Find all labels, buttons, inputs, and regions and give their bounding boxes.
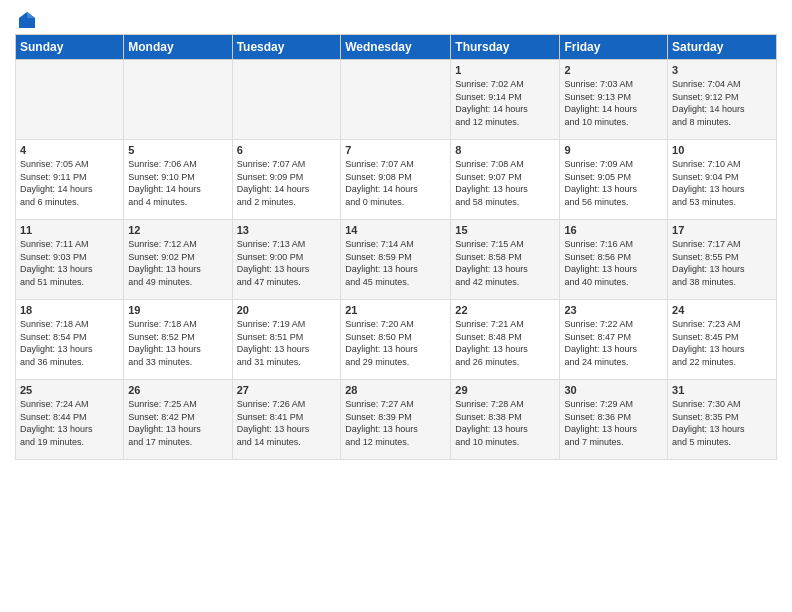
day-number: 10 xyxy=(672,144,772,156)
day-info: Sunrise: 7:12 AM Sunset: 9:02 PM Dayligh… xyxy=(128,238,227,288)
day-info: Sunrise: 7:24 AM Sunset: 8:44 PM Dayligh… xyxy=(20,398,119,448)
day-number: 2 xyxy=(564,64,663,76)
day-info: Sunrise: 7:20 AM Sunset: 8:50 PM Dayligh… xyxy=(345,318,446,368)
calendar-week-row: 25Sunrise: 7:24 AM Sunset: 8:44 PM Dayli… xyxy=(16,380,777,460)
day-number: 20 xyxy=(237,304,337,316)
day-number: 9 xyxy=(564,144,663,156)
calendar-cell: 11Sunrise: 7:11 AM Sunset: 9:03 PM Dayli… xyxy=(16,220,124,300)
day-info: Sunrise: 7:23 AM Sunset: 8:45 PM Dayligh… xyxy=(672,318,772,368)
calendar-cell: 9Sunrise: 7:09 AM Sunset: 9:05 PM Daylig… xyxy=(560,140,668,220)
day-info: Sunrise: 7:21 AM Sunset: 8:48 PM Dayligh… xyxy=(455,318,555,368)
day-info: Sunrise: 7:16 AM Sunset: 8:56 PM Dayligh… xyxy=(564,238,663,288)
calendar-cell: 14Sunrise: 7:14 AM Sunset: 8:59 PM Dayli… xyxy=(341,220,451,300)
day-number: 22 xyxy=(455,304,555,316)
day-number: 7 xyxy=(345,144,446,156)
day-number: 28 xyxy=(345,384,446,396)
day-number: 23 xyxy=(564,304,663,316)
header xyxy=(15,10,777,26)
day-info: Sunrise: 7:09 AM Sunset: 9:05 PM Dayligh… xyxy=(564,158,663,208)
calendar-cell: 13Sunrise: 7:13 AM Sunset: 9:00 PM Dayli… xyxy=(232,220,341,300)
day-number: 11 xyxy=(20,224,119,236)
calendar-table: SundayMondayTuesdayWednesdayThursdayFrid… xyxy=(15,34,777,460)
calendar-cell: 10Sunrise: 7:10 AM Sunset: 9:04 PM Dayli… xyxy=(668,140,777,220)
calendar-cell: 16Sunrise: 7:16 AM Sunset: 8:56 PM Dayli… xyxy=(560,220,668,300)
calendar-cell: 8Sunrise: 7:08 AM Sunset: 9:07 PM Daylig… xyxy=(451,140,560,220)
day-number: 30 xyxy=(564,384,663,396)
calendar-cell: 27Sunrise: 7:26 AM Sunset: 8:41 PM Dayli… xyxy=(232,380,341,460)
day-number: 15 xyxy=(455,224,555,236)
day-info: Sunrise: 7:17 AM Sunset: 8:55 PM Dayligh… xyxy=(672,238,772,288)
day-info: Sunrise: 7:04 AM Sunset: 9:12 PM Dayligh… xyxy=(672,78,772,128)
calendar-cell: 2Sunrise: 7:03 AM Sunset: 9:13 PM Daylig… xyxy=(560,60,668,140)
calendar-cell xyxy=(124,60,232,140)
calendar-cell: 30Sunrise: 7:29 AM Sunset: 8:36 PM Dayli… xyxy=(560,380,668,460)
calendar-cell: 25Sunrise: 7:24 AM Sunset: 8:44 PM Dayli… xyxy=(16,380,124,460)
day-info: Sunrise: 7:18 AM Sunset: 8:52 PM Dayligh… xyxy=(128,318,227,368)
day-number: 27 xyxy=(237,384,337,396)
day-info: Sunrise: 7:25 AM Sunset: 8:42 PM Dayligh… xyxy=(128,398,227,448)
calendar-cell: 5Sunrise: 7:06 AM Sunset: 9:10 PM Daylig… xyxy=(124,140,232,220)
column-header-friday: Friday xyxy=(560,35,668,60)
day-info: Sunrise: 7:14 AM Sunset: 8:59 PM Dayligh… xyxy=(345,238,446,288)
day-number: 17 xyxy=(672,224,772,236)
day-number: 8 xyxy=(455,144,555,156)
calendar-cell: 29Sunrise: 7:28 AM Sunset: 8:38 PM Dayli… xyxy=(451,380,560,460)
day-number: 31 xyxy=(672,384,772,396)
day-number: 6 xyxy=(237,144,337,156)
calendar-cell: 26Sunrise: 7:25 AM Sunset: 8:42 PM Dayli… xyxy=(124,380,232,460)
svg-marker-1 xyxy=(27,12,35,18)
day-info: Sunrise: 7:29 AM Sunset: 8:36 PM Dayligh… xyxy=(564,398,663,448)
calendar-cell: 22Sunrise: 7:21 AM Sunset: 8:48 PM Dayli… xyxy=(451,300,560,380)
calendar-cell: 28Sunrise: 7:27 AM Sunset: 8:39 PM Dayli… xyxy=(341,380,451,460)
day-number: 3 xyxy=(672,64,772,76)
logo-icon xyxy=(17,10,37,30)
calendar-cell: 17Sunrise: 7:17 AM Sunset: 8:55 PM Dayli… xyxy=(668,220,777,300)
day-info: Sunrise: 7:13 AM Sunset: 9:00 PM Dayligh… xyxy=(237,238,337,288)
day-info: Sunrise: 7:19 AM Sunset: 8:51 PM Dayligh… xyxy=(237,318,337,368)
column-header-thursday: Thursday xyxy=(451,35,560,60)
calendar-header-row: SundayMondayTuesdayWednesdayThursdayFrid… xyxy=(16,35,777,60)
day-info: Sunrise: 7:07 AM Sunset: 9:08 PM Dayligh… xyxy=(345,158,446,208)
day-info: Sunrise: 7:27 AM Sunset: 8:39 PM Dayligh… xyxy=(345,398,446,448)
day-number: 21 xyxy=(345,304,446,316)
day-number: 26 xyxy=(128,384,227,396)
day-number: 19 xyxy=(128,304,227,316)
day-number: 29 xyxy=(455,384,555,396)
column-header-wednesday: Wednesday xyxy=(341,35,451,60)
day-number: 12 xyxy=(128,224,227,236)
calendar-cell: 6Sunrise: 7:07 AM Sunset: 9:09 PM Daylig… xyxy=(232,140,341,220)
day-info: Sunrise: 7:22 AM Sunset: 8:47 PM Dayligh… xyxy=(564,318,663,368)
calendar-week-row: 4Sunrise: 7:05 AM Sunset: 9:11 PM Daylig… xyxy=(16,140,777,220)
day-number: 14 xyxy=(345,224,446,236)
day-info: Sunrise: 7:30 AM Sunset: 8:35 PM Dayligh… xyxy=(672,398,772,448)
day-info: Sunrise: 7:15 AM Sunset: 8:58 PM Dayligh… xyxy=(455,238,555,288)
calendar-week-row: 11Sunrise: 7:11 AM Sunset: 9:03 PM Dayli… xyxy=(16,220,777,300)
calendar-cell: 19Sunrise: 7:18 AM Sunset: 8:52 PM Dayli… xyxy=(124,300,232,380)
calendar-week-row: 1Sunrise: 7:02 AM Sunset: 9:14 PM Daylig… xyxy=(16,60,777,140)
calendar-week-row: 18Sunrise: 7:18 AM Sunset: 8:54 PM Dayli… xyxy=(16,300,777,380)
day-number: 24 xyxy=(672,304,772,316)
day-info: Sunrise: 7:06 AM Sunset: 9:10 PM Dayligh… xyxy=(128,158,227,208)
day-info: Sunrise: 7:26 AM Sunset: 8:41 PM Dayligh… xyxy=(237,398,337,448)
day-number: 13 xyxy=(237,224,337,236)
day-number: 5 xyxy=(128,144,227,156)
column-header-monday: Monday xyxy=(124,35,232,60)
calendar-cell xyxy=(16,60,124,140)
day-number: 16 xyxy=(564,224,663,236)
logo xyxy=(15,10,37,26)
calendar-cell: 31Sunrise: 7:30 AM Sunset: 8:35 PM Dayli… xyxy=(668,380,777,460)
day-info: Sunrise: 7:08 AM Sunset: 9:07 PM Dayligh… xyxy=(455,158,555,208)
day-number: 18 xyxy=(20,304,119,316)
day-number: 25 xyxy=(20,384,119,396)
calendar-cell: 4Sunrise: 7:05 AM Sunset: 9:11 PM Daylig… xyxy=(16,140,124,220)
calendar-cell: 1Sunrise: 7:02 AM Sunset: 9:14 PM Daylig… xyxy=(451,60,560,140)
calendar-cell: 12Sunrise: 7:12 AM Sunset: 9:02 PM Dayli… xyxy=(124,220,232,300)
day-info: Sunrise: 7:07 AM Sunset: 9:09 PM Dayligh… xyxy=(237,158,337,208)
column-header-saturday: Saturday xyxy=(668,35,777,60)
day-info: Sunrise: 7:11 AM Sunset: 9:03 PM Dayligh… xyxy=(20,238,119,288)
day-info: Sunrise: 7:18 AM Sunset: 8:54 PM Dayligh… xyxy=(20,318,119,368)
calendar-cell: 20Sunrise: 7:19 AM Sunset: 8:51 PM Dayli… xyxy=(232,300,341,380)
column-header-sunday: Sunday xyxy=(16,35,124,60)
day-info: Sunrise: 7:02 AM Sunset: 9:14 PM Dayligh… xyxy=(455,78,555,128)
calendar-cell xyxy=(341,60,451,140)
